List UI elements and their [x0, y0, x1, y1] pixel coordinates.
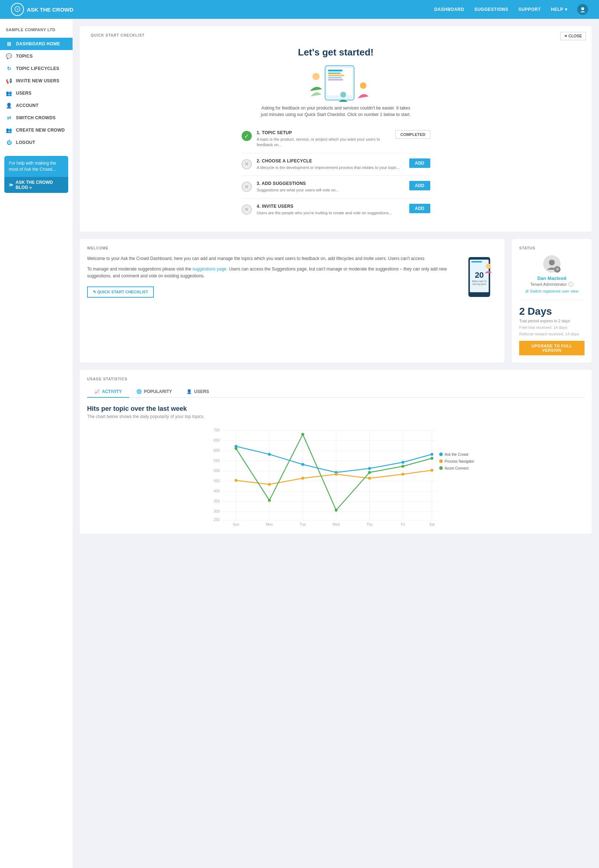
azure-point — [402, 465, 405, 468]
sidebar-item-lifecycles[interactable]: ↻ TOPIC LIFECYCLES — [0, 62, 72, 75]
info-icon[interactable]: i — [568, 282, 573, 287]
users-icon: 👥 — [6, 90, 12, 96]
ask-crowd-point — [268, 453, 271, 456]
home-icon: ⊞ — [6, 41, 12, 47]
usage-label: USAGE STATISTICS — [87, 377, 584, 381]
svg-text:Sat: Sat — [429, 523, 435, 526]
checklist-item-3: ✕ 3. ADD SUGGESTIONS Suggestions are wha… — [242, 176, 430, 198]
tab-activity[interactable]: 📈 ACTIVITY — [87, 386, 129, 398]
status-panel: STATUS ⚙ Dan Macleod Tenant Administrato… — [512, 239, 592, 363]
checklist-item-3-content: 3. ADD SUGGESTIONS Suggestions are what … — [257, 181, 404, 193]
add-lifecycle-button[interactable]: ADD — [409, 158, 430, 168]
add-suggestions-button[interactable]: ADD — [409, 181, 430, 190]
switch-user-view-link[interactable]: ⇄ Switch registered user view — [525, 289, 579, 294]
checklist-item-2-desc: A lifecycle is the development or improv… — [257, 165, 404, 170]
status-label: STATUS — [519, 246, 584, 250]
top-navigation: ? ASK THE CROWD DASHBOARD SUGGESTIONS SU… — [0, 0, 599, 19]
gear-icon: ⚙ — [554, 266, 561, 273]
logo[interactable]: ? ASK THE CROWD — [11, 3, 73, 16]
status-user: ⚙ Dan Macleod Tenant Administrator i ⇄ S… — [519, 255, 584, 300]
checklist-label: QUICK START CHECKLIST — [91, 33, 581, 38]
sidebar-item-create-crowd[interactable]: 👥 CREATE NEW CROWD — [0, 124, 72, 136]
svg-text:700: 700 — [214, 428, 220, 432]
checklist-item-1-action: COMPLETED — [396, 130, 430, 139]
close-button[interactable]: ✕ CLOSE — [560, 32, 586, 40]
ask-crowd-point — [368, 467, 371, 470]
process-nav-point — [335, 473, 338, 476]
azure-point — [268, 499, 271, 502]
nav-dashboard[interactable]: DASHBOARD — [434, 7, 464, 12]
switch-icon: ⇄ — [6, 115, 12, 121]
checklist-item-4: ✕ 4. INVITE USERS Users are the people w… — [242, 199, 430, 221]
process-nav-point — [301, 477, 304, 480]
svg-text:Process Navigator: Process Navigator — [445, 460, 474, 463]
checklist-item-3-action[interactable]: ADD — [409, 181, 430, 190]
sidebar: SAMPLE COMPANY LTD ⊞ DASHBOARD HOME 💬 TO… — [0, 19, 72, 868]
welcome-illustration: 20 Allow user to sort by price — [461, 255, 497, 303]
nav-help[interactable]: HELP ▾ — [551, 7, 567, 12]
sidebar-item-topics[interactable]: 💬 TOPICS — [0, 50, 72, 62]
suggestions-link[interactable]: suggestions page — [192, 266, 226, 272]
invite-icon: 📢 — [6, 78, 12, 84]
azure-point — [430, 457, 433, 460]
process-nav-point — [368, 477, 371, 480]
tab-popularity[interactable]: 🌐 POPULARITY — [129, 386, 179, 398]
svg-point-11 — [360, 82, 366, 89]
svg-rect-4 — [327, 68, 352, 95]
svg-text:350: 350 — [214, 499, 220, 503]
sidebar-item-account[interactable]: 👤 ACCOUNT — [0, 99, 72, 112]
sidebar-item-switch-crowds[interactable]: ⇄ SWITCH CROWDS — [0, 112, 72, 124]
svg-text:Thu: Thu — [366, 523, 373, 526]
svg-point-56 — [439, 452, 443, 456]
ask-crowd-point — [301, 463, 304, 466]
svg-point-58 — [439, 460, 443, 463]
quick-start-button[interactable]: ✎ QUICK START CHECKLIST — [87, 287, 154, 298]
welcome-panel: WELCOME Welcome to your Ask the Crowd Da… — [80, 239, 505, 363]
svg-text:?: ? — [17, 8, 18, 11]
sidebar-item-label: TOPIC LIFECYCLES — [16, 66, 59, 71]
svg-point-2 — [581, 7, 584, 10]
svg-text:550: 550 — [214, 459, 220, 463]
sidebar-item-logout[interactable]: ⏻ LOGOUT — [0, 136, 72, 149]
sidebar-item-label: SWITCH CROWDS — [16, 115, 56, 120]
blog-icon: ≫ — [9, 182, 14, 188]
switch-icon: ⇄ — [525, 289, 528, 294]
sidebar-blog[interactable]: For help with making the most of Ask the… — [5, 156, 68, 193]
sidebar-item-users[interactable]: 👥 USERS — [0, 87, 72, 99]
svg-rect-7 — [328, 75, 344, 76]
svg-point-20 — [486, 264, 491, 269]
user-avatar-button[interactable] — [577, 4, 588, 15]
usage-tabs: 📈 ACTIVITY 🌐 POPULARITY 👤 USERS — [87, 386, 584, 398]
nav-support[interactable]: SUPPORT — [518, 7, 541, 12]
checklist-item-1-status-icon: ✓ — [242, 131, 252, 141]
bottom-grid: WELCOME Welcome to your Ask the Crowd Da… — [80, 239, 592, 363]
sidebar-item-invite[interactable]: 📢 INVITE NEW USERS — [0, 75, 72, 87]
account-icon: 👤 — [6, 103, 12, 108]
user-avatar: ⚙ — [543, 255, 561, 273]
svg-text:20: 20 — [475, 270, 484, 279]
nav-suggestions[interactable]: SUGGESTIONS — [474, 7, 508, 12]
svg-text:500: 500 — [214, 469, 220, 473]
checklist-item-2-status-icon: ✕ — [242, 159, 252, 169]
trial-days: 2 Days — [519, 306, 584, 317]
process-nav-point — [235, 479, 238, 482]
checklist-item-2-action[interactable]: ADD — [409, 158, 430, 168]
svg-rect-6 — [328, 72, 341, 74]
sidebar-blog-banner[interactable]: ≫ ASK THE CROWD BLOG » — [5, 177, 68, 193]
sidebar-item-dashboard[interactable]: ⊞ DASHBOARD HOME — [0, 38, 72, 50]
svg-text:Tue: Tue — [300, 523, 306, 526]
upgrade-button[interactable]: UPGRADE TO FULL VERSION — [519, 341, 584, 355]
topics-icon: 💬 — [6, 53, 12, 59]
chart-container: 700 650 600 550 500 450 400 350 300 250 — [87, 425, 584, 526]
user-name[interactable]: Dan Macleod — [537, 276, 566, 281]
ask-crowd-point — [402, 461, 405, 464]
add-users-button[interactable]: ADD — [409, 204, 430, 213]
checklist-item-2-title: 2. CHOOSE A LIFECYCLE — [257, 158, 404, 164]
tab-users[interactable]: 👤 USERS — [179, 386, 216, 398]
checklist-item-4-action[interactable]: ADD — [409, 204, 430, 213]
svg-rect-9 — [328, 79, 343, 81]
activity-chart: 700 650 600 550 500 450 400 350 300 250 — [87, 425, 584, 526]
completed-button[interactable]: COMPLETED — [396, 130, 430, 139]
sidebar-blog-text: For help with making the most of Ask the… — [5, 156, 68, 177]
trial-desc: Trial period expires in 2 days — [519, 319, 584, 323]
